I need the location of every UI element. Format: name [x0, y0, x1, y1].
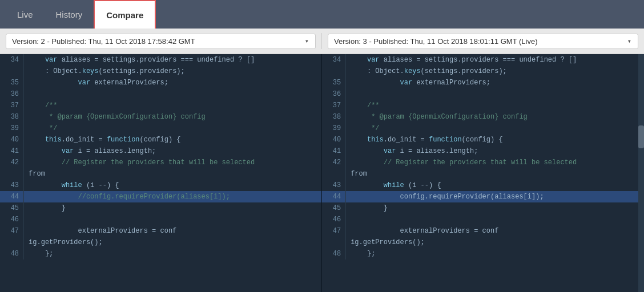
table-row: 42 // Register the providers that will b… — [322, 157, 644, 168]
code-comparison-area: 34 var aliases = settings.providers === … — [0, 54, 644, 292]
right-code-scroll[interactable]: 34 var aliases = settings.providers === … — [322, 54, 644, 292]
table-row: ig.getProviders(); — [322, 237, 644, 248]
tab-compare[interactable]: Compare — [94, 0, 156, 29]
right-code-table: 34 var aliases = settings.providers === … — [322, 54, 644, 259]
tab-history[interactable]: History — [45, 0, 94, 29]
table-row: 39 */ — [322, 123, 644, 134]
table-row: 34 var aliases = settings.providers === … — [0, 54, 321, 66]
table-row: 46 — [0, 214, 321, 225]
tab-live[interactable]: Live — [6, 0, 45, 29]
table-row: 46 — [322, 214, 644, 225]
table-row: 38 * @param {OpenmixConfiguration} confi… — [322, 111, 644, 123]
table-row: from — [322, 168, 644, 180]
scrollbar-track[interactable] — [638, 54, 644, 292]
table-row: 35 var externalProviders; — [0, 77, 321, 88]
table-row: 40 this.do_init = function(config) { — [0, 134, 321, 145]
table-row: 45 } — [0, 202, 321, 214]
top-navigation: Live History Compare — [0, 0, 644, 29]
table-row: 35 var externalProviders; — [322, 77, 644, 88]
table-row-highlighted: 44 config.requireProvider(aliases[i]); — [322, 191, 644, 202]
scrollbar-thumb[interactable] — [638, 125, 644, 148]
left-version-select[interactable]: Version: 2 - Published: Thu, 11 Oct 2018… — [6, 34, 316, 49]
table-row: 43 while (i --) { — [0, 180, 321, 191]
left-version-wrapper: Version: 2 - Published: Thu, 11 Oct 2018… — [0, 33, 322, 49]
right-code-panel: 34 var aliases = settings.providers === … — [322, 54, 644, 292]
table-row: ig.getProviders(); — [0, 237, 321, 248]
table-row-highlighted: 44 //config.requireProvider(aliases[i]); — [0, 191, 321, 202]
table-row: 34 var aliases = settings.providers === … — [322, 54, 644, 66]
table-row: 42 // Register the providers that will b… — [0, 157, 321, 168]
left-code-panel: 34 var aliases = settings.providers === … — [0, 54, 322, 292]
table-row: 47 externalProviders = conf — [0, 225, 321, 237]
left-code-scroll[interactable]: 34 var aliases = settings.providers === … — [0, 54, 321, 292]
table-row: from — [0, 168, 321, 180]
version-selector-row: Version: 2 - Published: Thu, 11 Oct 2018… — [0, 29, 644, 54]
table-row: 45 } — [322, 202, 644, 214]
table-row: 48 }; — [0, 248, 321, 259]
table-row: 41 var i = aliases.length; — [0, 145, 321, 157]
table-row: 43 while (i --) { — [322, 180, 644, 191]
table-row: 47 externalProviders = conf — [322, 225, 644, 237]
table-row: 37 /** — [0, 100, 321, 111]
table-row: 39 */ — [0, 123, 321, 134]
right-version-select[interactable]: Version: 3 - Published: Thu, 11 Oct 2018… — [328, 34, 638, 49]
table-row: : Object.keys(settings.providers); — [0, 66, 321, 77]
table-row: 48 }; — [322, 248, 644, 259]
table-row: 36 — [322, 88, 644, 100]
table-row: 38 * @param {OpenmixConfiguration} confi… — [0, 111, 321, 123]
left-code-table: 34 var aliases = settings.providers === … — [0, 54, 321, 259]
table-row: 37 /** — [322, 100, 644, 111]
table-row: 36 — [0, 88, 321, 100]
table-row: 41 var i = aliases.length; — [322, 145, 644, 157]
right-version-wrapper: Version: 3 - Published: Thu, 11 Oct 2018… — [322, 33, 644, 49]
table-row: : Object.keys(settings.providers); — [322, 66, 644, 77]
table-row: 40 this.do_init = function(config) { — [322, 134, 644, 145]
